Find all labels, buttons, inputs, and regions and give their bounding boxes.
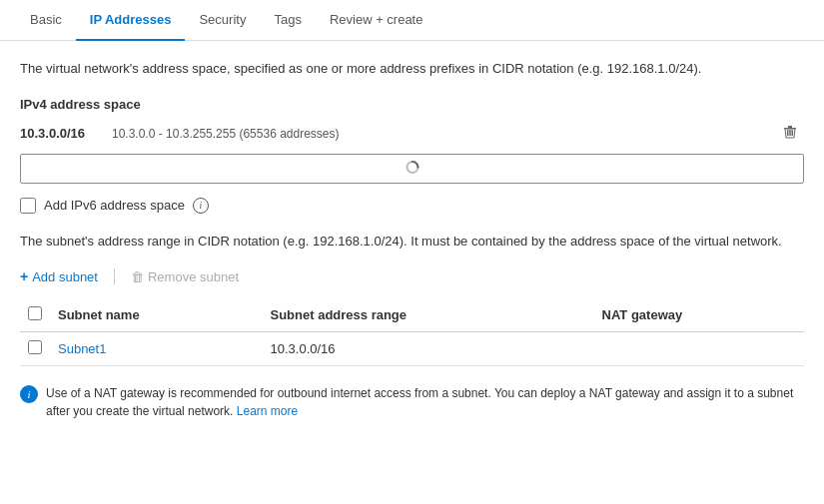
delete-address-icon[interactable] [776, 122, 804, 146]
tab-bar: Basic IP Addresses Security Tags Review … [0, 0, 824, 41]
select-all-checkbox[interactable] [28, 306, 42, 320]
ipv6-checkbox[interactable] [20, 198, 36, 214]
col-nat-gateway: NAT gateway [594, 298, 804, 332]
col-subnet-range: Subnet address range [263, 298, 594, 332]
remove-subnet-button[interactable]: 🗑 Remove subnet [131, 265, 239, 288]
tab-ip-addresses[interactable]: IP Addresses [76, 0, 186, 41]
subnet-table: Subnet name Subnet address range NAT gat… [20, 298, 804, 366]
tab-tags[interactable]: Tags [260, 0, 315, 41]
address-entry-row: 10.3.0.0/16 10.3.0.0 - 10.3.255.255 (655… [20, 122, 804, 146]
tab-review-create[interactable]: Review + create [316, 0, 437, 41]
address-prefix: 10.3.0.0/16 [20, 126, 100, 141]
col-subnet-name: Subnet name [50, 298, 263, 332]
address-input-container [20, 154, 804, 184]
row-subnet-name[interactable]: Subnet1 [50, 332, 263, 366]
ipv6-info-icon[interactable]: i [193, 198, 209, 214]
row-address-range: 10.3.0.0/16 [263, 332, 594, 366]
table-header-check [20, 298, 50, 332]
info-bar: i Use of a NAT gateway is recommended fo… [20, 378, 804, 426]
svg-rect-0 [787, 130, 789, 136]
row-checkbox[interactable] [28, 340, 42, 354]
remove-subnet-icon: 🗑 [131, 269, 144, 284]
tab-basic[interactable]: Basic [16, 0, 76, 41]
ipv6-label[interactable]: Add IPv6 address space [44, 198, 185, 213]
add-subnet-button[interactable]: + Add subnet [20, 264, 98, 288]
remove-subnet-label: Remove subnet [148, 269, 239, 284]
ipv6-checkbox-row: Add IPv6 address space i [20, 198, 804, 214]
address-space-description: The virtual network's address space, spe… [20, 59, 804, 79]
toolbar-divider [114, 268, 115, 284]
info-message-text: Use of a NAT gateway is recommended for … [46, 386, 793, 418]
address-range: 10.3.0.0 - 10.3.255.255 (65536 addresses… [112, 127, 764, 141]
add-subnet-icon: + [20, 268, 28, 284]
svg-rect-1 [789, 130, 791, 136]
loading-spinner [406, 160, 419, 177]
table-row: Subnet1 10.3.0.0/16 [20, 332, 804, 366]
subnet-toolbar: + Add subnet 🗑 Remove subnet [20, 264, 804, 288]
svg-rect-2 [792, 130, 794, 136]
row-check-cell [20, 332, 50, 366]
tab-security[interactable]: Security [185, 0, 260, 41]
info-icon: i [20, 385, 38, 403]
info-message: Use of a NAT gateway is recommended for … [46, 384, 804, 420]
subnet-description: The subnet's address range in CIDR notat… [20, 232, 804, 252]
content-area: The virtual network's address space, spe… [0, 41, 824, 444]
add-subnet-label: Add subnet [32, 269, 98, 284]
ipv4-section-title: IPv4 address space [20, 97, 804, 112]
row-nat-gateway [594, 332, 804, 366]
learn-more-link[interactable]: Learn more [237, 404, 298, 418]
